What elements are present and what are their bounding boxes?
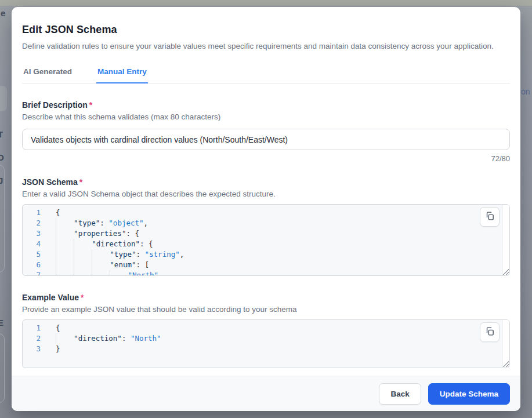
background-card-fragment <box>0 333 5 403</box>
back-button[interactable]: Back <box>379 383 421 405</box>
update-schema-button[interactable]: Update Schema <box>428 383 510 405</box>
label-text: Brief Description <box>22 100 88 110</box>
tab-manual-entry[interactable]: Manual Entry <box>96 67 148 83</box>
required-asterisk: * <box>79 177 82 187</box>
example-value-helper: Provide an example JSON value that shoul… <box>22 304 510 315</box>
code-content[interactable]: { "direction": "North"} <box>46 320 509 368</box>
dialog-title: Edit JSON Schema <box>22 22 510 37</box>
brief-description-helper: Describe what this schema validates (max… <box>22 111 510 123</box>
background-card-fragment <box>0 86 7 111</box>
character-counter: 72/80 <box>22 154 510 164</box>
brief-description-input[interactable] <box>22 129 510 150</box>
code-content[interactable]: { "type": "object", "properties": { "dir… <box>46 205 509 275</box>
line-numbers: 123 <box>23 320 46 368</box>
json-schema-label: JSON Schema* <box>22 176 510 188</box>
dialog-body: Edit JSON Schema Define validation rules… <box>12 7 520 376</box>
example-value-editor[interactable]: 123 { "direction": "North"} <box>22 319 510 368</box>
required-asterisk: * <box>81 293 84 302</box>
copy-icon <box>485 211 495 223</box>
brief-description-label: Brief Description* <box>22 99 510 111</box>
line-numbers: 1234567 <box>23 205 46 275</box>
background-text-fragment: T <box>0 129 3 139</box>
background-text-fragment: e <box>1 8 5 18</box>
label-text: JSON Schema <box>22 177 78 187</box>
background-card-fragment <box>0 165 5 272</box>
tab-bar: AI Generated Manual Entry <box>22 67 510 83</box>
example-value-label: Example Value* <box>22 292 510 303</box>
background-text-fragment: E <box>0 318 3 328</box>
json-schema-editor[interactable]: 1234567 { "type": "object", "properties"… <box>22 204 510 276</box>
editor-scrollbar-track[interactable] <box>502 320 509 368</box>
brief-description-field: Brief Description* Describe what this sc… <box>22 99 510 164</box>
background-top-band <box>0 0 532 6</box>
edit-json-schema-dialog: Edit JSON Schema Define validation rules… <box>12 7 520 411</box>
json-schema-field: JSON Schema* Enter a valid JSON Schema o… <box>22 176 510 276</box>
tab-ai-generated[interactable]: AI Generated <box>22 67 73 83</box>
required-asterisk: * <box>89 100 92 110</box>
copy-button[interactable] <box>480 322 500 342</box>
copy-button[interactable] <box>480 207 500 227</box>
label-text: Example Value <box>22 293 79 302</box>
example-value-field: Example Value* Provide an example JSON v… <box>22 292 510 368</box>
editor-scrollbar-track[interactable] <box>502 205 509 275</box>
background-text-fragment: D <box>0 152 4 162</box>
copy-icon <box>485 326 495 338</box>
dialog-subtitle: Define validation rules to ensure your v… <box>22 41 510 52</box>
json-schema-helper: Enter a valid JSON Schema object that de… <box>22 188 510 200</box>
dialog-footer: Back Update Schema <box>12 376 520 411</box>
background-link-fragment: on <box>521 87 530 96</box>
